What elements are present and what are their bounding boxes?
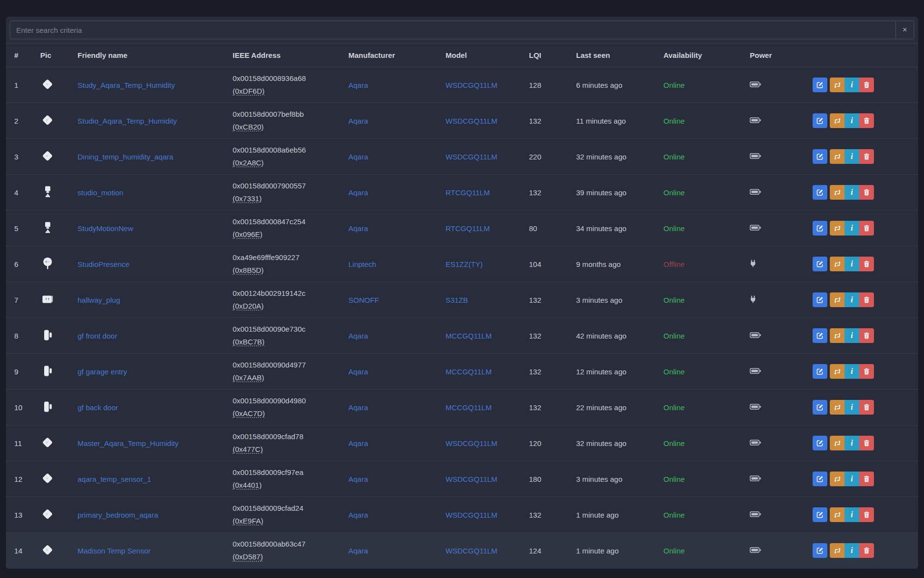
reconfigure-button[interactable]	[830, 78, 845, 92]
rename-button[interactable]	[813, 436, 827, 450]
model-link[interactable]: S31ZB	[446, 296, 468, 304]
reconfigure-button[interactable]	[830, 507, 845, 522]
info-button[interactable]: i	[845, 257, 859, 271]
manufacturer-link[interactable]: Aqara	[348, 475, 368, 483]
remove-button[interactable]	[859, 436, 874, 450]
rename-button[interactable]	[813, 328, 827, 343]
manufacturer-link[interactable]: Aqara	[348, 224, 368, 233]
info-button[interactable]: i	[845, 149, 859, 164]
reconfigure-button[interactable]	[830, 257, 845, 271]
info-button[interactable]: i	[845, 221, 859, 236]
remove-button[interactable]	[859, 113, 874, 128]
rename-button[interactable]	[813, 185, 827, 200]
info-button[interactable]: i	[845, 472, 859, 486]
info-button[interactable]: i	[845, 543, 859, 558]
reconfigure-button[interactable]	[830, 221, 845, 236]
manufacturer-link[interactable]: Aqara	[348, 81, 368, 89]
friendly-name-link[interactable]: gf garage entry	[78, 368, 127, 376]
friendly-name-link[interactable]: Studio_Aqara_Temp_Humidity	[78, 117, 177, 125]
reconfigure-button[interactable]	[830, 149, 845, 164]
info-button[interactable]: i	[845, 185, 859, 200]
rename-button[interactable]	[813, 257, 827, 271]
friendly-name-link[interactable]: Study_Aqara_Temp_Humidity	[78, 81, 175, 89]
friendly-name-link[interactable]: studio_motion	[78, 188, 123, 197]
reconfigure-button[interactable]	[830, 400, 845, 415]
model-link[interactable]: WSDCGQ11LM	[446, 153, 498, 161]
manufacturer-link[interactable]: Aqara	[348, 511, 368, 519]
manufacturer-link[interactable]: Aqara	[348, 332, 368, 340]
reconfigure-button[interactable]	[830, 543, 845, 558]
remove-button[interactable]	[859, 185, 874, 200]
friendly-name-link[interactable]: StudyMotionNew	[78, 224, 133, 233]
manufacturer-link[interactable]: Aqara	[348, 403, 368, 412]
manufacturer-link[interactable]: Linptech	[348, 260, 376, 268]
reconfigure-button[interactable]	[830, 113, 845, 128]
remove-button[interactable]	[859, 257, 874, 271]
remove-button[interactable]	[859, 328, 874, 343]
remove-button[interactable]	[859, 400, 874, 415]
model-link[interactable]: ES1ZZ(TY)	[446, 260, 483, 268]
manufacturer-link[interactable]: Aqara	[348, 439, 368, 447]
model-link[interactable]: WSDCGQ11LM	[446, 547, 498, 555]
model-link[interactable]: MCCGQ11LM	[446, 403, 492, 412]
info-button[interactable]: i	[845, 507, 859, 522]
rename-button[interactable]	[813, 472, 827, 486]
model-link[interactable]: WSDCGQ11LM	[446, 511, 498, 519]
remove-button[interactable]	[859, 78, 874, 92]
model-link[interactable]: MCCGQ11LM	[446, 368, 492, 376]
remove-button[interactable]	[859, 221, 874, 236]
info-button[interactable]: i	[845, 78, 859, 92]
friendly-name-link[interactable]: gf front door	[78, 332, 117, 340]
remove-button[interactable]	[859, 507, 874, 522]
rename-button[interactable]	[813, 149, 827, 164]
reconfigure-button[interactable]	[830, 328, 845, 343]
info-button[interactable]: i	[845, 328, 859, 343]
friendly-name-link[interactable]: StudioPresence	[78, 260, 130, 268]
info-button[interactable]: i	[845, 436, 859, 450]
remove-button[interactable]	[859, 543, 874, 558]
rename-button[interactable]	[813, 543, 827, 558]
manufacturer-link[interactable]: Aqara	[348, 153, 368, 161]
info-button[interactable]: i	[845, 400, 859, 415]
rename-button[interactable]	[813, 113, 827, 128]
model-link[interactable]: RTCGQ11LM	[446, 224, 490, 233]
search-input[interactable]	[10, 21, 896, 39]
info-button[interactable]: i	[845, 113, 859, 128]
model-link[interactable]: WSDCGQ11LM	[446, 439, 498, 447]
rename-button[interactable]	[813, 400, 827, 415]
friendly-name-link[interactable]: gf back door	[78, 403, 118, 412]
manufacturer-link[interactable]: Aqara	[348, 117, 368, 125]
rename-button[interactable]	[813, 507, 827, 522]
rename-button[interactable]	[813, 221, 827, 236]
friendly-name-link[interactable]: primary_bedroom_aqara	[78, 511, 158, 519]
clear-search-button[interactable]: ×	[896, 21, 914, 39]
manufacturer-link[interactable]: Aqara	[348, 547, 368, 555]
manufacturer-link[interactable]: Aqara	[348, 188, 368, 197]
reconfigure-button[interactable]	[830, 364, 845, 379]
model-link[interactable]: MCCGQ11LM	[446, 332, 492, 340]
info-button[interactable]: i	[845, 292, 859, 307]
remove-button[interactable]	[859, 292, 874, 307]
remove-button[interactable]	[859, 472, 874, 486]
remove-button[interactable]	[859, 149, 874, 164]
model-link[interactable]: RTCGQ11LM	[446, 188, 490, 197]
reconfigure-button[interactable]	[830, 292, 845, 307]
rename-button[interactable]	[813, 78, 827, 92]
reconfigure-button[interactable]	[830, 472, 845, 486]
model-link[interactable]: WSDCGQ11LM	[446, 117, 498, 125]
model-link[interactable]: WSDCGQ11LM	[446, 81, 498, 89]
reconfigure-button[interactable]	[830, 185, 845, 200]
manufacturer-link[interactable]: Aqara	[348, 368, 368, 376]
model-link[interactable]: WSDCGQ11LM	[446, 475, 498, 483]
friendly-name-link[interactable]: aqara_temp_sensor_1	[78, 475, 151, 483]
manufacturer-link[interactable]: SONOFF	[348, 296, 379, 304]
rename-button[interactable]	[813, 292, 827, 307]
remove-button[interactable]	[859, 364, 874, 379]
friendly-name-link[interactable]: Dining_temp_humidity_aqara	[78, 153, 173, 161]
reconfigure-button[interactable]	[830, 436, 845, 450]
friendly-name-link[interactable]: Master_Aqara_Temp_Humidity	[78, 439, 179, 447]
friendly-name-link[interactable]: Madison Temp Sensor	[78, 547, 151, 555]
friendly-name-link[interactable]: hallway_plug	[78, 296, 120, 304]
rename-button[interactable]	[813, 364, 827, 379]
info-button[interactable]: i	[845, 364, 859, 379]
